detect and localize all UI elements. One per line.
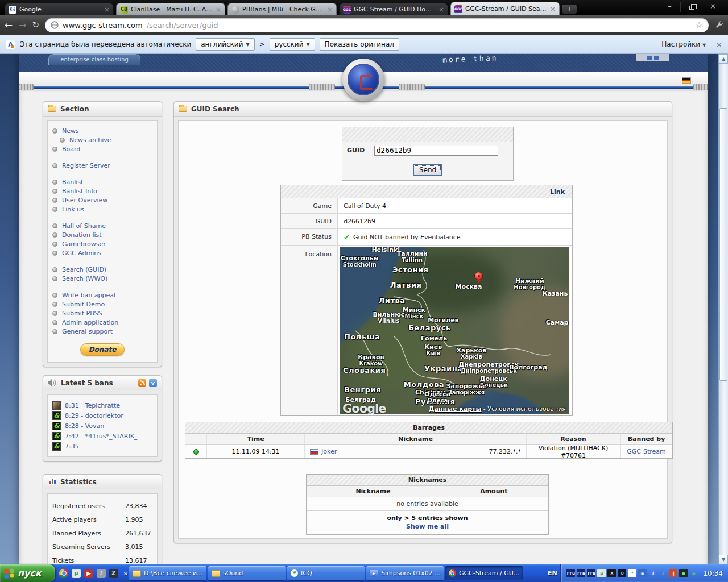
sidebar-link[interactable]: Banlist Info — [62, 188, 97, 195]
sidebar-item[interactable]: News — [52, 126, 152, 135]
ban-entry[interactable]: &8:28 - Vovan — [52, 421, 152, 431]
forward-icon[interactable]: → — [18, 20, 26, 30]
sidebar-item[interactable]: Hall of Shame — [52, 221, 152, 230]
sidebar-link[interactable]: User Overview — [62, 197, 107, 204]
sidebar-item[interactable]: General support — [52, 327, 152, 336]
target-language-select[interactable]: русский▼ — [270, 38, 315, 51]
browser-tab[interactable]: GGCGGC-Stream / GUID Search× — [450, 2, 560, 15]
sidebar-item[interactable]: Register Server — [52, 161, 152, 170]
minimize-icon[interactable]: – — [659, 2, 680, 12]
german-flag-icon[interactable] — [682, 77, 691, 84]
chrome-icon[interactable] — [59, 569, 68, 578]
guid-input[interactable] — [374, 146, 498, 156]
hosting-ad-banner[interactable]: enterprise class hosting — [48, 54, 140, 65]
tab-close-icon[interactable]: × — [216, 7, 221, 13]
restore-icon[interactable] — [680, 2, 702, 12]
traffic-icon[interactable]: ‖ — [669, 569, 677, 577]
sidebar-link[interactable]: News archive — [69, 136, 111, 144]
sidebar-item[interactable]: Gamebrowser — [52, 239, 152, 248]
bookmark-star-icon[interactable]: ☆ — [696, 20, 703, 30]
volume-icon[interactable]: ♪ — [97, 569, 106, 578]
sidebar-link[interactable]: Write ban appeal — [62, 292, 115, 299]
scroll-down-icon[interactable]: ▼ — [719, 555, 728, 564]
sidebar-item[interactable]: Banlist Info — [52, 186, 152, 196]
link-header-link[interactable]: Link — [550, 188, 565, 196]
url-bar[interactable]: www.ggc-stream.com /search/server/guid ☆ — [45, 18, 709, 32]
donate-button[interactable]: Donate — [80, 343, 125, 356]
translate-settings[interactable]: Настройки ▼ — [661, 40, 706, 48]
sidebar-link[interactable]: GGC Admins — [62, 250, 101, 257]
browser-tab[interactable]: PBBans | MBi - Check GUID× — [228, 3, 337, 15]
browser-tab[interactable]: GGCGGC-Stream / GUID Поиск× — [339, 3, 448, 15]
sidebar-item[interactable]: Search (WWO) — [52, 274, 152, 283]
sidebar-link[interactable]: Search (GUID) — [62, 266, 106, 273]
show-original-button[interactable]: Показать оригинал — [320, 38, 399, 51]
show-me-all-link[interactable]: Show me all — [307, 523, 548, 530]
sidebar-item[interactable]: Admin application — [52, 318, 152, 327]
sidebar-link[interactable]: Board — [62, 146, 80, 153]
nvidia-icon[interactable]: ◉ — [689, 569, 698, 577]
translate-close-icon[interactable]: × — [716, 40, 722, 49]
sidebar-link[interactable]: Link us — [62, 206, 84, 213]
xfire-icon[interactable]: X — [607, 569, 616, 577]
browser-tab[interactable]: GGoogle× — [5, 3, 114, 15]
browser-tab[interactable]: CBClanBase - Матч Н. С. ACG× — [116, 3, 225, 15]
sidebar-link[interactable]: Banlist — [62, 178, 83, 186]
scroll-up-icon[interactable]: ▲ — [719, 54, 728, 64]
display-icon[interactable]: ▣ — [638, 569, 647, 577]
flashfxp-a2-icon[interactable]: FFa — [587, 569, 595, 577]
language-indicator[interactable]: EN — [544, 569, 560, 577]
map-marker-pin[interactable] — [474, 272, 484, 290]
sidebar-item[interactable]: GGC Admins — [52, 248, 152, 257]
ban-entry[interactable]: &7:42 - *41rus*_STARIK_ — [52, 431, 152, 441]
tab-close-icon[interactable]: × — [439, 7, 444, 13]
start-button[interactable]: пуск — [0, 564, 55, 582]
page-scrollbar[interactable]: ▲ ▼ — [718, 54, 728, 564]
rss-icon[interactable] — [138, 379, 146, 387]
tab-close-icon[interactable]: × — [550, 6, 556, 12]
tab-close-icon[interactable]: × — [327, 7, 333, 13]
tab-close-icon[interactable]: × — [104, 7, 110, 13]
flashfxp-u-icon[interactable]: FFu — [566, 569, 575, 577]
table-row[interactable]: 11.11.09 14:31Joker77.232.*.*Violation (… — [185, 445, 672, 458]
icq-tray-icon[interactable]: * — [628, 569, 636, 577]
sidebar-link[interactable]: Submit PBSS — [62, 310, 102, 317]
new-tab-button[interactable]: + — [562, 5, 577, 14]
reload-icon[interactable]: ↻ — [32, 20, 40, 30]
flashfxp-a-icon[interactable]: FFa — [577, 569, 585, 577]
taskbar-task[interactable]: D:\Всё свежее и... — [129, 566, 206, 580]
utorrent-icon[interactable]: µ — [72, 569, 81, 578]
scrollbar-thumb[interactable] — [719, 108, 727, 381]
sidebar-link[interactable]: Hall of Shame — [62, 222, 106, 230]
sidebar-item[interactable]: Submit PBSS — [52, 309, 152, 318]
wrench-icon[interactable] — [714, 20, 723, 30]
sidebar-item[interactable]: User Overview — [52, 196, 152, 205]
network-icon[interactable]: ıl — [648, 569, 657, 577]
jabber-icon[interactable]: ѵ — [149, 379, 157, 387]
ggc-logo[interactable] — [342, 59, 384, 101]
sidebar-link[interactable]: Admin application — [62, 319, 118, 326]
close-icon[interactable]: × — [702, 2, 723, 12]
volume-tray-icon[interactable]: ♪ — [659, 569, 667, 577]
sidebar-item[interactable]: Search (GUID) — [52, 265, 152, 274]
sidebar-link[interactable]: News — [62, 127, 79, 135]
sidebar-link[interactable]: Submit Demo — [62, 301, 105, 308]
map-data-link[interactable]: Данные карты — [429, 405, 482, 413]
sidebar-link[interactable]: Gamebrowser — [62, 240, 106, 248]
send-button[interactable]: Send — [413, 164, 442, 176]
source-language-select[interactable]: английский▼ — [196, 38, 254, 51]
ban-entry[interactable]: 8:31 - Tepichratte — [52, 400, 152, 410]
ban-entry[interactable]: &8:29 - doctorlektor — [52, 410, 152, 421]
banned-by-link[interactable]: GGC-Stream — [627, 448, 666, 455]
sidebar-item[interactable]: Link us — [52, 205, 152, 214]
utorrent-tray-icon[interactable]: µ — [597, 569, 606, 577]
sidebar-item[interactable]: Submit Demo — [52, 300, 152, 309]
sidebar-link[interactable]: General support — [62, 328, 113, 335]
sidebar-link[interactable]: Register Server — [62, 162, 110, 169]
opera-icon[interactable]: O — [618, 569, 626, 577]
sidebar-item[interactable]: Donation list — [52, 230, 152, 239]
back-icon[interactable]: ← — [5, 20, 13, 30]
ban-entry[interactable]: &7:35 - — [52, 441, 152, 451]
sidebar-item[interactable]: Banlist — [52, 177, 152, 186]
sidebar-item[interactable]: Board — [52, 144, 152, 153]
